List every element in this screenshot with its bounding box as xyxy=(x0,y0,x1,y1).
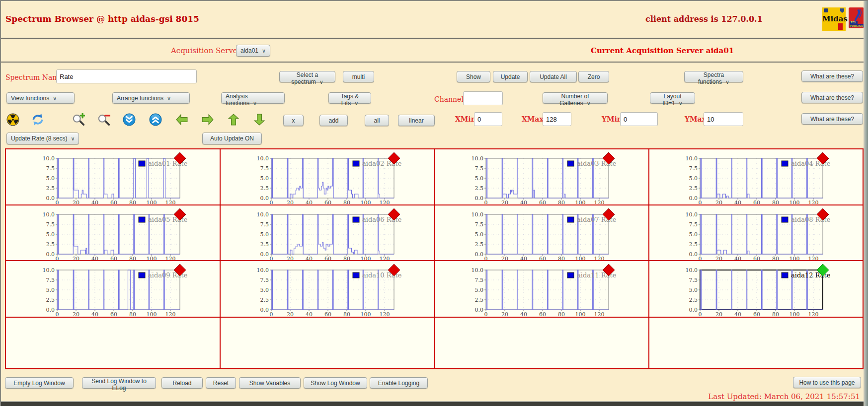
midas-stamp-icon xyxy=(838,23,843,30)
spectrum-chart-aida06[interactable]: 0204060801001200.02.55.07.510.0aida06 Ra… xyxy=(252,208,401,262)
xmax-input[interactable] xyxy=(543,112,571,126)
acquisition-divider xyxy=(1,62,864,63)
update-rate-dropdown[interactable]: Update Rate (8 secs) xyxy=(6,133,79,144)
update-button[interactable]: Update xyxy=(493,71,528,82)
linear-button[interactable]: linear xyxy=(398,115,435,126)
svg-text:100: 100 xyxy=(789,256,800,260)
svg-text:0: 0 xyxy=(270,200,273,204)
svg-text:2.5: 2.5 xyxy=(46,241,55,248)
zoom-in-icon[interactable] xyxy=(72,113,85,126)
spectrum-chart-aida01[interactable]: 0204060801001200.02.55.07.510.0aida01 Ra… xyxy=(38,152,187,206)
spectrum-chart-aida03[interactable]: 0204060801001200.02.55.07.510.0aida03 Ra… xyxy=(467,152,616,206)
reload-button[interactable]: Reload xyxy=(161,377,203,389)
update-all-button[interactable]: Update All xyxy=(530,71,577,82)
x-axis-button[interactable]: x xyxy=(283,115,304,126)
arrow-up-icon[interactable] xyxy=(227,113,240,126)
number-of-galleries-dropdown[interactable]: Number of Galleries xyxy=(543,92,608,104)
xmin-input[interactable] xyxy=(474,112,502,126)
spectrum-chart-aida12[interactable]: 0204060801001200.02.55.07.510.0aida12 Ra… xyxy=(681,264,830,318)
gallery-cell-empty xyxy=(435,318,648,368)
spectrum-chart-aida10[interactable]: 0204060801001200.02.55.07.510.0aida10 Ra… xyxy=(252,264,401,318)
svg-text:20: 20 xyxy=(501,311,508,316)
layout-id-dropdown[interactable]: Layout ID=1 xyxy=(650,92,695,104)
show-variables-button[interactable]: Show Variables xyxy=(239,377,301,389)
svg-text:40: 40 xyxy=(91,256,98,260)
arrange-functions-dropdown[interactable]: Arrange functions xyxy=(112,92,190,104)
svg-text:10.0: 10.0 xyxy=(257,155,269,162)
add-button[interactable]: add xyxy=(319,115,348,126)
svg-text:10.0: 10.0 xyxy=(471,267,483,273)
spectrum-chart-aida04[interactable]: 0204060801001200.02.55.07.510.0aida04 Ra… xyxy=(681,152,830,206)
svg-text:100: 100 xyxy=(575,311,585,316)
svg-text:7.5: 7.5 xyxy=(474,221,483,228)
how-to-use-button[interactable]: How to use this page xyxy=(793,377,861,388)
ymax-input[interactable] xyxy=(704,112,743,126)
svg-text:2.5: 2.5 xyxy=(260,297,269,303)
svg-text:20: 20 xyxy=(287,311,294,316)
acquisition-server-select[interactable]: aida01 xyxy=(236,45,270,57)
view-functions-dropdown[interactable]: View functions xyxy=(6,92,75,104)
refresh-icon[interactable] xyxy=(31,113,44,126)
all-button[interactable]: all xyxy=(365,115,389,126)
what-are-these-button-3[interactable]: What are these? xyxy=(801,113,863,125)
show-log-window-button[interactable]: Show Log Window xyxy=(304,377,367,389)
enable-logging-button[interactable]: Enable Logging xyxy=(370,377,428,389)
empty-log-window-button[interactable]: Empty Log Window xyxy=(5,377,74,389)
svg-text:100: 100 xyxy=(789,200,800,204)
arrow-left-icon[interactable] xyxy=(175,113,188,126)
spectrum-chart-aida08[interactable]: 0204060801001200.02.55.07.510.0aida08 Ra… xyxy=(681,208,830,262)
svg-text:20: 20 xyxy=(287,200,294,204)
ymin-input[interactable] xyxy=(620,112,658,126)
spectrum-chart-aida07[interactable]: 0204060801001200.02.55.07.510.0aida07 Ra… xyxy=(467,208,616,262)
auto-update-button[interactable]: Auto Update ON xyxy=(202,133,262,144)
zero-button[interactable]: Zero xyxy=(578,71,609,82)
scroll-down-icon[interactable] xyxy=(123,113,136,126)
svg-text:7.5: 7.5 xyxy=(474,277,483,283)
spectra-functions-dropdown[interactable]: Spectra functions xyxy=(684,71,743,82)
arrow-down-icon[interactable] xyxy=(253,113,266,126)
svg-text:0.0: 0.0 xyxy=(260,307,269,313)
window-edge xyxy=(864,1,868,406)
send-log-to-elog-button[interactable]: Send Log Window to ELog xyxy=(82,377,156,389)
spectrum-name-input[interactable] xyxy=(56,69,197,83)
spectrum-chart-aida09[interactable]: 0204060801001200.02.55.07.510.0aida09 Ra… xyxy=(38,264,187,318)
select-spectrum-dropdown[interactable]: Select a spectrum xyxy=(279,71,335,82)
zoom-out-icon[interactable] xyxy=(97,113,110,126)
svg-text:5.0: 5.0 xyxy=(46,231,55,238)
svg-text:40: 40 xyxy=(306,311,313,316)
arrow-right-icon[interactable] xyxy=(201,113,214,126)
svg-text:2.5: 2.5 xyxy=(260,241,269,248)
gallery-cell-aida11: 0204060801001200.02.55.07.510.0aida11 Ra… xyxy=(435,261,648,317)
what-are-these-button-1[interactable]: What are these? xyxy=(801,70,863,82)
svg-text:120: 120 xyxy=(594,311,604,316)
spectrum-chart-aida11[interactable]: 0204060801001200.02.55.07.510.0aida11 Ra… xyxy=(467,264,616,318)
svg-text:60: 60 xyxy=(753,311,760,316)
svg-text:0: 0 xyxy=(270,256,273,260)
svg-text:0.0: 0.0 xyxy=(260,195,269,202)
svg-text:2.5: 2.5 xyxy=(46,185,55,192)
svg-text:2.5: 2.5 xyxy=(689,241,698,248)
svg-text:80: 80 xyxy=(772,256,779,260)
spectrum-chart-aida02[interactable]: 0204060801001200.02.55.07.510.0aida02 Ra… xyxy=(252,152,401,206)
reset-button[interactable]: Reset xyxy=(206,377,236,389)
show-button[interactable]: Show xyxy=(457,71,490,82)
what-are-these-button-2[interactable]: What are these? xyxy=(801,92,863,103)
radioactive-icon[interactable] xyxy=(6,113,19,126)
gallery-cell-aida03: 0204060801001200.02.55.07.510.0aida03 Ra… xyxy=(435,149,648,204)
svg-text:0.0: 0.0 xyxy=(46,195,55,202)
svg-text:100: 100 xyxy=(575,256,585,260)
multi-button[interactable]: multi xyxy=(343,71,374,82)
svg-text:120: 120 xyxy=(594,256,604,260)
svg-text:20: 20 xyxy=(287,256,294,260)
spectrum-chart-aida05[interactable]: 0204060801001200.02.55.07.510.0aida05 Ra… xyxy=(38,208,187,262)
xmin-label: XMin xyxy=(455,115,476,123)
channel-input[interactable] xyxy=(463,91,503,105)
analysis-functions-dropdown[interactable]: Analysis functions xyxy=(221,92,285,104)
svg-text:40: 40 xyxy=(734,311,741,316)
tags-fits-dropdown[interactable]: Tags & Fits xyxy=(328,92,371,104)
svg-text:5.0: 5.0 xyxy=(260,287,269,293)
svg-text:0.0: 0.0 xyxy=(46,307,55,313)
scroll-up-icon[interactable] xyxy=(149,113,162,126)
svg-text:60: 60 xyxy=(110,256,117,260)
svg-text:5.0: 5.0 xyxy=(46,287,55,293)
